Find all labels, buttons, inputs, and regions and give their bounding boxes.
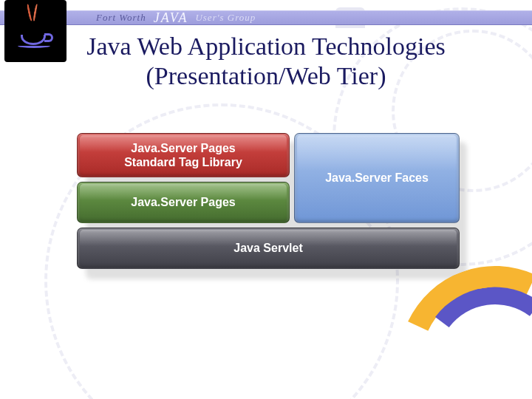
- tech-stack-diagram: Java.Server Faces Java.Server PagesStand…: [77, 133, 461, 273]
- banner-java: JAVA: [154, 10, 188, 26]
- block-servlet: Java Servlet: [77, 228, 460, 269]
- slide-title: Java Web Application Technologies (Prese…: [0, 33, 532, 90]
- header-banner: Fort Worth JAVA User's Group: [0, 10, 532, 25]
- block-jstl: Java.Server PagesStandard Tag Library: [77, 133, 290, 177]
- block-jsp: Java.Server Pages: [77, 182, 290, 223]
- block-jsf: Java.Server Faces: [294, 133, 460, 223]
- title-line2: (Presentation/Web Tier): [0, 62, 532, 90]
- title-line1: Java Web Application Technologies: [0, 33, 532, 61]
- banner-fort-worth: Fort Worth: [96, 12, 146, 24]
- banner-users-group: User's Group: [195, 12, 256, 24]
